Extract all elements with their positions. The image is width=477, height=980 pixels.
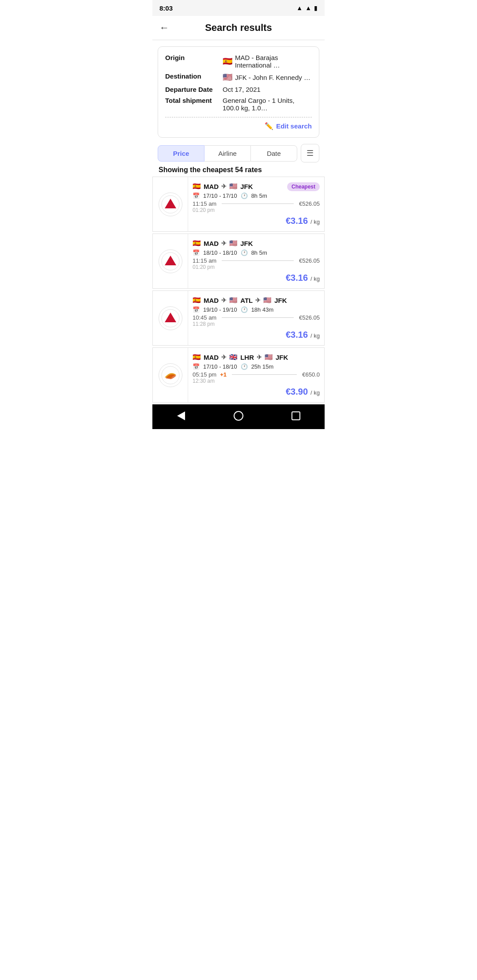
divider bbox=[165, 117, 312, 117]
delta-logo-icon bbox=[161, 195, 180, 214]
destination-label: Destination bbox=[165, 72, 223, 80]
duration: 18h 43m bbox=[251, 306, 274, 313]
back-button[interactable]: ← bbox=[159, 22, 169, 34]
route-to-flag: 🇺🇸 bbox=[229, 239, 238, 247]
origin-flag: 🇪🇸 bbox=[223, 57, 232, 66]
price-per-kg: €3.16 bbox=[286, 216, 308, 226]
cheapest-badge: Cheapest bbox=[287, 182, 320, 191]
airline-logo-column bbox=[153, 177, 188, 231]
origin-label: Origin bbox=[165, 54, 223, 61]
clock-icon: 🕐 bbox=[241, 363, 248, 370]
dates-row: 📅 18/10 - 18/10 🕐 8h 5m bbox=[193, 249, 320, 256]
route-row: 🇪🇸 MAD ✈ 🇺🇸 ATL ✈ 🇺🇸 JFK bbox=[193, 296, 320, 304]
time-to-row: 11:28 pm bbox=[193, 321, 320, 327]
flight-card[interactable]: 🇪🇸 MAD ✈ 🇺🇸 JFK Cheapest 📅 17/10 - 17/10… bbox=[152, 177, 325, 232]
flight-info-column: 🇪🇸 MAD ✈ 🇬🇧 LHR ✈ 🇺🇸 JFK 📅 17/10 - 18/10… bbox=[188, 348, 324, 402]
route-from: MAD bbox=[204, 240, 219, 247]
back-nav-icon bbox=[177, 411, 185, 420]
price-per-kg-unit: / kg bbox=[310, 275, 320, 282]
time-line bbox=[232, 374, 297, 375]
time-to: 01:20 pm bbox=[193, 207, 215, 213]
home-nav-icon bbox=[234, 411, 243, 421]
duration: 8h 5m bbox=[251, 192, 267, 199]
filter-button[interactable]: ☰ bbox=[301, 144, 319, 162]
route-via: ATL bbox=[240, 297, 253, 304]
duration: 25h 15m bbox=[251, 363, 274, 370]
route-to: JFK bbox=[274, 297, 287, 304]
times-row: 11:15 am €526.05 bbox=[193, 200, 320, 207]
edit-search-row: ✏️ Edit search bbox=[165, 122, 312, 130]
search-summary-card: Origin 🇪🇸 MAD - Barajas International … … bbox=[158, 46, 319, 138]
nav-home-button[interactable] bbox=[228, 410, 249, 422]
price-per-kg: €3.16 bbox=[286, 273, 308, 283]
signal-icon: ▲ bbox=[305, 4, 311, 11]
flight-info-column: 🇪🇸 MAD ✈ 🇺🇸 JFK Cheapest 📅 17/10 - 17/10… bbox=[188, 177, 324, 231]
price-row: €3.16 / kg bbox=[193, 273, 320, 283]
route-from-flag: 🇪🇸 bbox=[193, 239, 201, 247]
edit-search-button[interactable]: ✏️ Edit search bbox=[265, 122, 312, 130]
flight-info-column: 🇪🇸 MAD ✈ 🇺🇸 ATL ✈ 🇺🇸 JFK 📅 19/10 - 19/10… bbox=[188, 291, 324, 345]
origin-row: Origin 🇪🇸 MAD - Barajas International … bbox=[165, 54, 312, 69]
nav-back-button[interactable] bbox=[170, 410, 192, 422]
route-arrow-1: ✈ bbox=[221, 297, 227, 304]
airline-logo bbox=[159, 192, 182, 216]
total-shipment-value: General Cargo - 1 Units, 100.0 kg, 1.0… bbox=[223, 97, 312, 112]
route-to-flag: 🇺🇸 bbox=[265, 353, 273, 361]
battery-icon: ▮ bbox=[314, 4, 318, 11]
route-to-flag: 🇺🇸 bbox=[263, 296, 272, 304]
nav-recent-button[interactable] bbox=[285, 410, 307, 422]
price-row: €3.16 / kg bbox=[193, 216, 320, 226]
airline-logo bbox=[159, 306, 182, 330]
calendar-icon: 📅 bbox=[193, 306, 200, 313]
route-to-flag: 🇺🇸 bbox=[229, 182, 238, 190]
dates-row: 📅 17/10 - 18/10 🕐 25h 15m bbox=[193, 363, 320, 370]
route-from-flag: 🇪🇸 bbox=[193, 353, 201, 361]
route-from: MAD bbox=[204, 297, 219, 304]
time-line bbox=[222, 204, 294, 204]
time-to-row: 01:20 pm bbox=[193, 264, 320, 270]
price-per-kg-unit: / kg bbox=[310, 219, 320, 225]
time-to-row: 01:20 pm bbox=[193, 207, 320, 213]
status-bar: 8:03 ▲ ▲ ▮ bbox=[152, 0, 325, 16]
time-line bbox=[222, 260, 294, 261]
departure-date-row: Departure Date Oct 17, 2021 bbox=[165, 86, 312, 93]
clock-icon: 🕐 bbox=[241, 249, 248, 256]
total-shipment-row: Total shipment General Cargo - 1 Units, … bbox=[165, 97, 312, 112]
times-row: 05:15 pm +1 €650.0 bbox=[193, 371, 320, 378]
tab-price[interactable]: Price bbox=[158, 145, 204, 162]
route-arrow-2: ✈ bbox=[257, 354, 262, 361]
times-row: 11:15 am €526.05 bbox=[193, 257, 320, 264]
route-arrow: ✈ bbox=[221, 183, 227, 190]
price-per-kg-unit: / kg bbox=[310, 389, 320, 396]
recent-nav-icon bbox=[292, 411, 300, 420]
route-row: 🇪🇸 MAD ✈ 🇬🇧 LHR ✈ 🇺🇸 JFK bbox=[193, 353, 320, 361]
destination-flag: 🇺🇸 bbox=[223, 72, 232, 82]
route-arrow-2: ✈ bbox=[255, 297, 261, 304]
time-from: 05:15 pm bbox=[193, 371, 216, 378]
time-from: 10:45 am bbox=[193, 314, 216, 321]
time-to: 12:30 am bbox=[193, 378, 215, 384]
route-from-flag: 🇪🇸 bbox=[193, 182, 201, 190]
date-range: 19/10 - 19/10 bbox=[203, 306, 237, 313]
calendar-icon: 📅 bbox=[193, 363, 200, 370]
total-price: €526.05 bbox=[299, 314, 320, 321]
price-per-kg-unit: / kg bbox=[310, 332, 320, 339]
flight-card[interactable]: 🇪🇸 MAD ✈ 🇬🇧 LHR ✈ 🇺🇸 JFK 📅 17/10 - 18/10… bbox=[152, 347, 325, 403]
price-per-kg: €3.16 bbox=[286, 330, 308, 340]
date-range: 17/10 - 17/10 bbox=[203, 192, 237, 199]
total-shipment-label: Total shipment bbox=[165, 97, 223, 104]
route-arrow: ✈ bbox=[221, 240, 227, 247]
time-from: 11:15 am bbox=[193, 257, 216, 264]
delta-logo-icon bbox=[161, 252, 180, 271]
price-row: €3.16 / kg bbox=[193, 330, 320, 340]
flight-card[interactable]: 🇪🇸 MAD ✈ 🇺🇸 JFK 📅 18/10 - 18/10 🕐 8h 5m … bbox=[152, 234, 325, 289]
filter-icon: ☰ bbox=[307, 148, 314, 158]
flight-card[interactable]: 🇪🇸 MAD ✈ 🇺🇸 ATL ✈ 🇺🇸 JFK 📅 19/10 - 19/10… bbox=[152, 290, 325, 346]
airline-logo-column bbox=[153, 234, 188, 288]
plus-day: +1 bbox=[220, 371, 227, 378]
route-via-flag: 🇬🇧 bbox=[229, 353, 238, 361]
tab-airline[interactable]: Airline bbox=[204, 145, 250, 162]
tab-date[interactable]: Date bbox=[250, 145, 297, 162]
route-row: 🇪🇸 MAD ✈ 🇺🇸 JFK bbox=[193, 239, 320, 247]
time-to: 01:20 pm bbox=[193, 264, 215, 270]
